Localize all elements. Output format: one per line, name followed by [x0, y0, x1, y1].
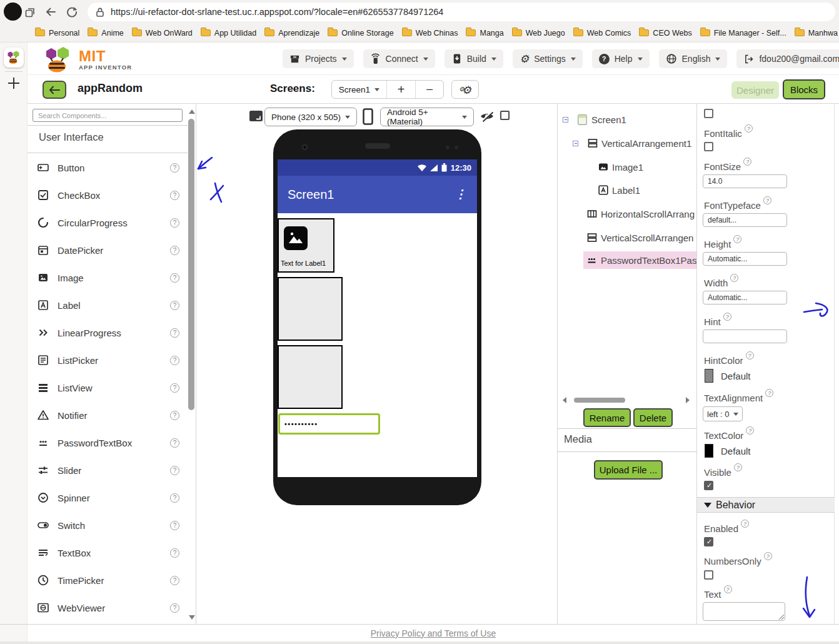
tab-groups-icon[interactable] — [24, 6, 36, 18]
help-icon[interactable]: ? — [743, 158, 751, 166]
app-logo[interactable]: MIT APP INVENTOR — [43, 46, 132, 73]
connect-menu[interactable]: Connect — [363, 49, 435, 68]
scroll-right-icon[interactable] — [686, 397, 690, 403]
new-tab-icon[interactable] — [8, 78, 19, 89]
help-icon[interactable]: ? — [170, 356, 179, 365]
fontbold-checkbox[interactable] — [704, 109, 713, 118]
help-icon[interactable]: ? — [733, 235, 741, 243]
palette-scrollbar-thumb[interactable] — [188, 119, 194, 410]
bookmark-folder[interactable]: Web Comics — [573, 29, 631, 38]
help-menu[interactable]: ? Help — [592, 49, 650, 68]
blocks-toggle-button[interactable]: Blocks — [783, 79, 825, 99]
collapse-icon[interactable] — [563, 117, 568, 123]
projects-menu[interactable]: Projects — [283, 49, 354, 68]
palette-item-timepicker[interactable]: TimePicker ? — [28, 566, 188, 594]
tree-item-screen1[interactable]: Screen1 — [558, 111, 697, 128]
privacy-policy-link[interactable]: Privacy Policy and Terms of Use — [371, 628, 496, 638]
back-icon[interactable] — [44, 6, 57, 18]
bookmark-folder[interactable]: Web Juego — [512, 29, 565, 38]
help-icon[interactable]: ? — [170, 548, 179, 558]
height-input[interactable] — [703, 252, 787, 266]
tree-item-passwordtextbox1[interactable]: PasswordTextBox1Pass — [583, 251, 697, 269]
behavior-section-header[interactable]: Behavior — [697, 497, 835, 513]
password-textbox-component[interactable]: •••••••••• — [278, 413, 380, 435]
remove-screen-button[interactable]: − — [415, 81, 443, 98]
tree-item-verticalscrollarrangement1[interactable]: VerticalScrollArrangen — [558, 229, 697, 246]
bookmark-folder[interactable]: Web OnWard — [132, 29, 193, 38]
palette-item-slider[interactable]: Slider ? — [28, 456, 188, 484]
url-bar[interactable]: https://ui-refactor-dot-srlane-test.uc.r… — [88, 3, 835, 21]
tree-item-label1[interactable]: Label1 — [558, 182, 697, 198]
help-icon[interactable]: ? — [170, 493, 179, 503]
settings-menu[interactable]: Settings — [513, 49, 583, 68]
screen-settings-button[interactable] — [451, 80, 479, 99]
horizontal-scroll-arrangement-component[interactable] — [278, 277, 343, 341]
palette-item-checkbox[interactable]: CheckBox ? — [28, 181, 188, 209]
resize-handle-icon[interactable] — [778, 614, 785, 620]
help-icon[interactable]: ? — [170, 603, 179, 613]
fonttypeface-input[interactable] — [703, 213, 787, 227]
hint-input[interactable] — [703, 330, 787, 343]
vertical-scroll-arrangement-component[interactable] — [278, 345, 343, 409]
palette-item-datepicker[interactable]: DatePicker ? — [28, 236, 188, 264]
bookmark-folder[interactable]: Online Storage — [328, 29, 393, 38]
help-icon[interactable]: ? — [170, 521, 179, 530]
visible-checkbox[interactable] — [704, 481, 713, 490]
components-scrollbar[interactable] — [558, 396, 697, 405]
designer-toggle-button[interactable]: Designer — [731, 81, 779, 99]
palette-item-textbox[interactable]: TextBox ? — [28, 539, 188, 566]
search-components-input[interactable] — [33, 109, 183, 122]
enabled-checkbox[interactable] — [704, 537, 713, 546]
add-screen-button[interactable]: + — [387, 81, 415, 98]
help-icon[interactable]: ? — [170, 576, 179, 585]
help-icon[interactable]: ? — [170, 301, 179, 310]
help-icon[interactable]: ? — [170, 218, 179, 228]
profile-avatar[interactable] — [4, 3, 22, 21]
palette-item-passwordtextbox[interactable]: PasswordTextBox ? — [28, 429, 188, 456]
label-component[interactable]: Text for Label1 — [281, 259, 326, 267]
help-icon[interactable]: ? — [764, 552, 772, 560]
help-icon[interactable]: ? — [170, 246, 179, 255]
rename-button[interactable]: Rename — [583, 408, 631, 427]
help-icon[interactable]: ? — [746, 351, 754, 360]
bookmark-folder[interactable]: Manhwa — [795, 29, 838, 38]
text-textarea[interactable] — [703, 602, 785, 621]
build-menu[interactable]: Build — [445, 49, 503, 68]
collapse-icon[interactable] — [573, 141, 578, 146]
palette-item-linearprogress[interactable]: LinearProgress ? — [28, 319, 188, 346]
palette-item-switch[interactable]: Switch ? — [28, 511, 188, 539]
help-icon[interactable]: ? — [763, 196, 771, 204]
palette-item-image[interactable]: Image ? — [28, 264, 188, 291]
help-icon[interactable]: ? — [724, 585, 732, 593]
fontsize-input[interactable] — [703, 174, 787, 188]
help-icon[interactable]: ? — [170, 328, 179, 338]
help-icon[interactable]: ? — [170, 163, 179, 173]
help-icon[interactable]: ? — [765, 389, 773, 397]
help-icon[interactable]: ? — [734, 463, 742, 471]
bookmark-folder[interactable]: Personal — [35, 29, 79, 38]
bookmark-folder[interactable]: File Manager - Self... — [700, 29, 786, 38]
bookmark-folder[interactable]: Aprendizaje — [264, 29, 319, 38]
width-input[interactable] — [703, 291, 787, 304]
components-scrollbar-thumb[interactable] — [574, 398, 625, 403]
help-icon[interactable]: ? — [170, 191, 179, 200]
bookmark-folder[interactable]: Manga — [466, 29, 503, 38]
palette-item-label[interactable]: Label ? — [28, 291, 188, 319]
active-browser-tab[interactable] — [4, 48, 24, 68]
language-menu[interactable]: English — [659, 49, 728, 68]
palette-item-spinner[interactable]: Spinner ? — [28, 484, 188, 511]
image-component[interactable] — [284, 226, 308, 250]
refresh-icon[interactable] — [66, 6, 78, 18]
bookmark-folder[interactable]: CEO Webs — [639, 29, 691, 38]
delete-button[interactable]: Delete — [633, 408, 673, 427]
palette-item-button[interactable]: Button ? — [28, 154, 188, 181]
textcolor-value[interactable]: Default — [705, 444, 751, 458]
scroll-down-icon[interactable] — [189, 615, 195, 620]
help-icon[interactable]: ? — [730, 274, 738, 282]
screen-select[interactable]: Screen1 — [332, 81, 387, 98]
hide-components-icon[interactable] — [479, 110, 495, 123]
help-icon[interactable]: ? — [170, 466, 179, 475]
help-icon[interactable]: ? — [745, 124, 753, 133]
help-icon[interactable]: ? — [170, 273, 179, 283]
palette-item-notifier[interactable]: Notifier ? — [28, 401, 188, 429]
